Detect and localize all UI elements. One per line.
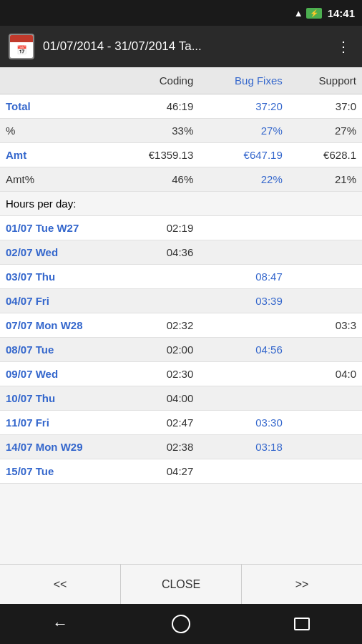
table-row: 01/07 Tue W2702:19 [0, 216, 362, 240]
recents-icon [294, 618, 310, 630]
day-label: 03/07 Thu [0, 265, 114, 289]
day-bugfixes: 03:39 [199, 289, 288, 313]
day-coding: 04:27 [114, 459, 199, 484]
row-label: Total [0, 94, 114, 119]
system-nav [0, 604, 362, 644]
day-coding: 04:36 [114, 240, 199, 265]
day-label: 04/07 Fri [0, 289, 114, 313]
row-support: 21% [288, 167, 362, 192]
day-support [288, 459, 362, 484]
day-bugfixes [199, 362, 288, 386]
status-bar: ▲ ⚡ 14:41 [0, 0, 362, 26]
status-icons: ▲ ⚡ 14:41 [294, 7, 355, 19]
data-table: Coding Bug Fixes Support Total46:1937:20… [0, 67, 362, 484]
signal-icon: ▲ [294, 8, 303, 19]
calendar-icon: 📅 [9, 34, 34, 59]
table-row: 07/07 Mon W2802:3203:3 [0, 313, 362, 338]
table-row: Amt%46%22%21% [0, 167, 362, 192]
day-coding [114, 265, 199, 289]
day-bugfixes [199, 313, 288, 338]
row-label: Amt [0, 143, 114, 167]
table-row: 14/07 Mon W2902:3803:18 [0, 435, 362, 459]
row-coding: 46:19 [114, 94, 199, 119]
row-bugfixes: 37:20 [199, 94, 288, 119]
back-button[interactable] [42, 611, 78, 637]
day-bugfixes: 03:18 [199, 435, 288, 459]
table-row: Total46:1937:2037:0 [0, 94, 362, 119]
day-coding: 02:47 [114, 411, 199, 435]
home-button[interactable] [163, 611, 199, 637]
day-coding: 04:00 [114, 386, 199, 411]
day-coding [114, 289, 199, 313]
home-icon [172, 615, 190, 633]
col-header-coding: Coding [114, 67, 199, 94]
row-label: Amt% [0, 167, 114, 192]
section-header: Hours per day: [0, 192, 362, 216]
section-header-row: Hours per day: [0, 192, 362, 216]
table-row: 10/07 Thu04:00 [0, 386, 362, 411]
day-label: 02/07 Wed [0, 240, 114, 265]
day-support [288, 289, 362, 313]
row-coding: €1359.13 [114, 143, 199, 167]
close-button[interactable]: CLOSE [121, 565, 242, 604]
days-body: Hours per day:01/07 Tue W2702:1902/07 We… [0, 192, 362, 484]
day-bugfixes [199, 240, 288, 265]
day-support [288, 411, 362, 435]
day-support [288, 240, 362, 265]
table-row: 09/07 Wed02:3004:0 [0, 362, 362, 386]
day-label: 01/07 Tue W27 [0, 216, 114, 240]
day-bugfixes: 03:30 [199, 411, 288, 435]
day-label: 07/07 Mon W28 [0, 313, 114, 338]
day-label: 15/07 Tue [0, 459, 114, 484]
app-title: 01/07/2014 - 31/07/2014 Ta... [43, 39, 325, 54]
main-content: Coding Bug Fixes Support Total46:1937:20… [0, 67, 362, 564]
table-row: 03/07 Thu08:47 [0, 265, 362, 289]
day-bugfixes: 08:47 [199, 265, 288, 289]
table-row: Amt€1359.13€647.19€628.1 [0, 143, 362, 167]
recents-button[interactable] [284, 611, 320, 637]
day-bugfixes [199, 386, 288, 411]
col-header-support: Support [288, 67, 362, 94]
day-support [288, 338, 362, 362]
day-label: 11/07 Fri [0, 411, 114, 435]
day-support: 04:0 [288, 362, 362, 386]
day-coding: 02:32 [114, 313, 199, 338]
day-coding: 02:00 [114, 338, 199, 362]
day-support [288, 216, 362, 240]
table-row: 11/07 Fri02:4703:30 [0, 411, 362, 435]
row-bugfixes: 27% [199, 119, 288, 143]
day-bugfixes [199, 459, 288, 484]
row-coding: 33% [114, 119, 199, 143]
day-coding: 02:38 [114, 435, 199, 459]
col-header-bugfixes: Bug Fixes [199, 67, 288, 94]
row-label: % [0, 119, 114, 143]
day-label: 10/07 Thu [0, 386, 114, 411]
back-icon [52, 615, 68, 633]
day-support: 03:3 [288, 313, 362, 338]
day-support [288, 386, 362, 411]
table-row: 04/07 Fri03:39 [0, 289, 362, 313]
next-button[interactable]: >> [242, 565, 362, 604]
time-display: 14:41 [328, 7, 355, 19]
table-row: 08/07 Tue02:0004:56 [0, 338, 362, 362]
prev-button[interactable]: << [0, 565, 121, 604]
summary-body: Total46:1937:2037:0%33%27%27%Amt€1359.13… [0, 94, 362, 192]
day-bugfixes [199, 216, 288, 240]
day-coding: 02:30 [114, 362, 199, 386]
bottom-nav: << CLOSE >> [0, 564, 362, 604]
row-support: €628.1 [288, 143, 362, 167]
day-support [288, 265, 362, 289]
day-label: 09/07 Wed [0, 362, 114, 386]
day-bugfixes: 04:56 [199, 338, 288, 362]
row-bugfixes: 22% [199, 167, 288, 192]
row-support: 37:0 [288, 94, 362, 119]
day-label: 08/07 Tue [0, 338, 114, 362]
row-support: 27% [288, 119, 362, 143]
day-support [288, 435, 362, 459]
table-row: %33%27%27% [0, 119, 362, 143]
row-coding: 46% [114, 167, 199, 192]
menu-icon[interactable]: ⋮ [333, 35, 353, 58]
row-bugfixes: €647.19 [199, 143, 288, 167]
day-label: 14/07 Mon W29 [0, 435, 114, 459]
app-bar: 📅 01/07/2014 - 31/07/2014 Ta... ⋮ [0, 26, 362, 67]
